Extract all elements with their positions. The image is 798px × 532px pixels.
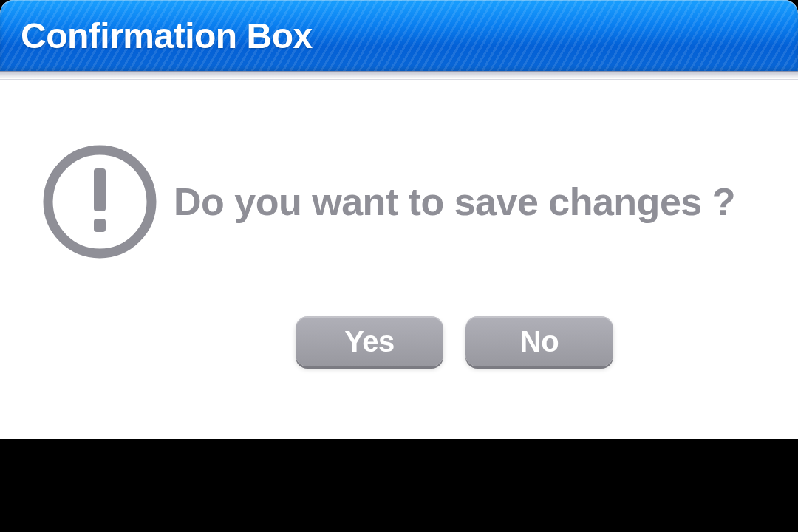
dialog-message: Do you want to save changes ? (163, 179, 768, 225)
exclamation-icon (37, 139, 163, 265)
dialog-title: Confirmation Box (21, 16, 313, 56)
confirmation-dialog: Confirmation Box Do you want to save cha… (0, 0, 798, 439)
yes-button[interactable]: Yes (296, 316, 443, 366)
no-button[interactable]: No (466, 316, 613, 366)
titlebar-separator (0, 72, 798, 80)
svg-rect-1 (94, 168, 106, 211)
button-row: Yes No (185, 316, 613, 366)
content-row: Do you want to save changes ? (30, 139, 768, 265)
dialog-body: Do you want to save changes ? Yes No (0, 80, 798, 439)
svg-rect-2 (94, 219, 106, 232)
titlebar: Confirmation Box (0, 0, 798, 72)
